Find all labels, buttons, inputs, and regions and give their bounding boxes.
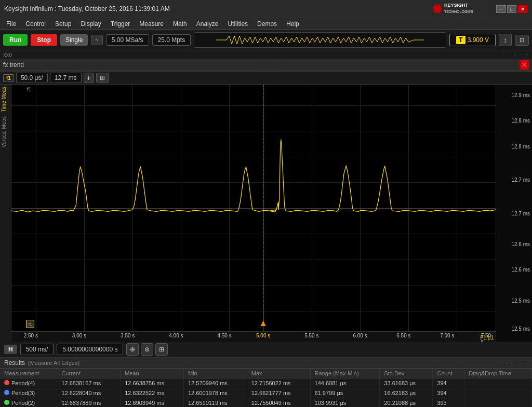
col-measurement: Measurement [0,369,57,378]
stop-button[interactable]: Stop [31,34,57,46]
h-icon-1[interactable]: ⊕ [126,343,139,356]
menu-math[interactable]: Math [169,19,191,29]
menu-help[interactable]: Help [282,19,303,29]
dot-blue [4,390,9,395]
x-label-9: 6.50 s [396,333,410,338]
auto-icon-btn[interactable]: ~ [91,35,102,45]
table-row: Period(3) 12.6228040 ms 12.6322522 ms 12… [0,388,532,398]
cell-min: 12.5709940 ms [183,378,247,388]
fx-trend-title: fx trend [3,61,24,69]
menu-utilities[interactable]: Utilities [223,19,252,29]
cell-count: 393 [433,398,464,408]
single-button[interactable]: Single [60,34,88,46]
cell-count: 394 [433,388,464,398]
title-text: Keysight Infiniium : Tuesday, October 25… [4,5,432,12]
f1-scope-label: f1 [27,87,31,92]
results-scroll-dots: · · · · · [506,360,528,366]
menu-control[interactable]: Control [21,19,50,29]
minimize-btn[interactable]: ─ [496,5,506,13]
x-label-10: 7.00 s [440,333,454,338]
cell-name: Period(3) [0,388,57,398]
cell-mean: 12.6322522 ms [121,388,184,398]
toolbar-graph-btn[interactable]: ⊡ [515,35,529,46]
sidebar-vertical-meas[interactable]: Vertical Meas [0,114,11,150]
toolbar-right-btn[interactable]: ↕ [499,34,512,46]
channel-dots: · · · · · [502,52,529,58]
cell-current: 12.6838167 ms [57,378,121,388]
menu-display[interactable]: Display [76,19,105,29]
cell-max: 12.7550049 ms [247,398,310,408]
results-title: Results [4,359,25,367]
offset-box: 12.7 ms [50,73,82,83]
fx-trend-close[interactable]: ✕ [520,60,529,70]
cell-min: 12.6510119 ms [183,398,247,408]
menu-bar: File Control Setup Display Trigger Measu… [0,18,532,30]
menu-analyze[interactable]: Analyze [192,19,223,29]
cell-current: 12.6228040 ms [57,388,121,398]
cell-stddev: 16.62183 μs [380,388,433,398]
menu-setup[interactable]: Setup [51,19,75,29]
measurements-table: Measurement Current Mean Min Max Range (… [0,369,532,407]
menu-demos[interactable]: Demos [253,19,281,29]
results-header: Results (Measure All Edges) · · · · · [0,358,532,369]
sidebar-time-meas[interactable]: Time Meas [0,85,11,114]
scope-channel-label: F1:p1 [480,335,494,341]
cell-count: 394 [433,378,464,388]
h-icon-3[interactable]: ⊞ [155,343,168,356]
cell-stddev: 20.21088 μs [380,398,433,408]
keysight-logo: KEYSIGHT TECHNOLOGIES ─ □ ✕ [432,2,528,16]
close-btn[interactable]: ✕ [517,5,528,13]
h-controls: H 500 ms/ 5.0000000000000 s ⊕ ⊛ ⊞ [0,342,532,358]
x-label-2: 3.00 s [72,333,86,338]
y-label-5: 12.7 ms [511,210,530,216]
channel-label: xxo [3,51,12,58]
cell-dragdrop [464,388,532,398]
dot-red [4,380,9,385]
toolbar: Run Stop Single ~ 5.00 MSa/s 25.0 Mpts T… [0,30,532,50]
svg-text:KEYSIGHT: KEYSIGHT [444,3,469,8]
results-panel: Results (Measure All Edges) · · · · · Me… [0,358,532,407]
mem-depth: 25.0 Mpts [152,34,191,46]
x-label-4: 4.00 s [169,333,183,338]
y-label-4: 12.7 ms [511,177,530,183]
title-bar: Keysight Infiniium : Tuesday, October 25… [0,0,532,18]
x-label-3: 3.50 s [121,333,135,338]
cell-range: 144.6081 μs [310,378,380,388]
cell-current: 12.6837889 ms [57,398,121,408]
waveform-preview [194,32,446,48]
cell-dragdrop [464,398,532,408]
y-label-8: 12.5 ms [511,297,530,303]
y-label-7: 12.6 ms [511,267,530,273]
x-label-7: 5.50 s [304,333,318,338]
fx-trend-dots: · · · · · [258,62,285,68]
cell-name: Period(4) [0,378,57,388]
left-sidebar: Time Meas Vertical Meas [0,85,11,342]
scope-display: f1 n1 f1 2.50 s 3.00 s 3.50 s 4.00 s 4.5… [11,85,496,342]
menu-trigger[interactable]: Trigger [107,19,135,29]
run-button[interactable]: Run [3,34,28,46]
add-measurement-btn[interactable]: + [84,73,94,83]
fx-trend-header: fx trend · · · · · ✕ [0,59,532,71]
col-max: Max [247,369,310,378]
y-label-1: 12.9 ms [511,92,530,98]
menu-file[interactable]: File [2,19,20,29]
col-stddev: Std Dev [380,369,433,378]
y-label-9: 12.5 ms [511,326,530,332]
sample-rate: 5.00 MSa/s [106,34,149,46]
time-per-div-box: 50.0 μs/ [16,73,48,83]
cell-max: 12.7156022 ms [247,378,310,388]
h-icon-2[interactable]: ⊛ [141,343,153,356]
trigger-voltage: 3.900 V [468,36,489,44]
y-label-3: 12.8 ms [511,143,530,149]
offset-value: 12.7 ms [55,74,77,82]
dot-green [4,400,9,405]
col-range: Range (Max-Min) [310,369,380,378]
menu-measure[interactable]: Measure [135,19,168,29]
restore-btn[interactable]: □ [507,5,516,13]
cell-range: 103.9931 μs [310,398,380,408]
table-row: Period(4) 12.6838167 ms 12.6638756 ms 12… [0,378,532,388]
scope-toolbar: f1 50.0 μs/ 12.7 ms + ⊞ [0,71,532,85]
cell-stddev: 33.61683 μs [380,378,433,388]
f1-badge: f1 [3,74,14,82]
scope-settings-btn[interactable]: ⊞ [96,73,109,83]
